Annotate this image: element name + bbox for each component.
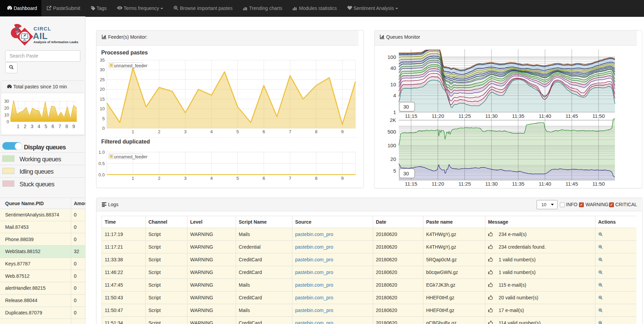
svg-text:11:15: 11:15 <box>405 113 417 119</box>
svg-text:500: 500 <box>387 129 396 135</box>
svg-text:35: 35 <box>100 58 105 63</box>
svg-text:0: 0 <box>102 126 105 131</box>
svg-text:5: 5 <box>393 168 396 174</box>
svg-text:4: 4 <box>38 124 40 129</box>
svg-text:30: 30 <box>403 104 409 110</box>
svg-text:25: 25 <box>100 77 105 82</box>
svg-text:1: 1 <box>132 176 134 181</box>
svg-text:11:15: 11:15 <box>405 181 417 187</box>
svg-text:11:30: 11:30 <box>485 113 498 119</box>
svg-text:10: 10 <box>390 82 396 87</box>
svg-text:30: 30 <box>4 99 9 104</box>
svg-text:1: 1 <box>17 124 19 129</box>
svg-text:30: 30 <box>403 171 409 176</box>
svg-text:3: 3 <box>184 129 186 134</box>
svg-text:5: 5 <box>44 124 47 129</box>
svg-text:30: 30 <box>100 67 105 72</box>
svg-text:8: 8 <box>315 176 317 181</box>
svg-text:11:45: 11:45 <box>566 181 578 187</box>
svg-text:8: 8 <box>65 124 68 129</box>
svg-text:7: 7 <box>289 129 291 134</box>
svg-text:11:50: 11:50 <box>592 181 605 187</box>
svg-text:11:25: 11:25 <box>458 113 471 119</box>
svg-text:100: 100 <box>387 142 396 148</box>
svg-text:3: 3 <box>31 124 34 129</box>
svg-text:9: 9 <box>341 176 343 181</box>
svg-text:10: 10 <box>100 106 105 111</box>
svg-text:11:20: 11:20 <box>432 113 444 119</box>
svg-text:100: 100 <box>387 54 396 60</box>
svg-text:1.0: 1.0 <box>98 150 105 155</box>
svg-text:11:40: 11:40 <box>539 113 551 119</box>
svg-text:0.5: 0.5 <box>98 161 105 166</box>
svg-text:11:30: 11:30 <box>485 181 498 187</box>
svg-text:6: 6 <box>263 176 265 181</box>
svg-text:7: 7 <box>58 124 61 129</box>
svg-text:5: 5 <box>102 116 105 121</box>
svg-text:20: 20 <box>100 87 105 92</box>
svg-text:7: 7 <box>289 176 291 181</box>
svg-text:6: 6 <box>52 124 54 129</box>
svg-text:40: 40 <box>390 65 396 71</box>
svg-text:11:50: 11:50 <box>592 113 605 119</box>
svg-text:0.0: 0.0 <box>98 172 105 177</box>
svg-text:11:20: 11:20 <box>432 181 444 187</box>
svg-text:3: 3 <box>184 176 186 181</box>
svg-text:2: 2 <box>24 124 26 129</box>
svg-text:5: 5 <box>236 129 239 134</box>
svg-text:1: 1 <box>132 129 134 134</box>
svg-text:11:25: 11:25 <box>458 181 471 187</box>
svg-text:4: 4 <box>210 129 213 134</box>
svg-text:2: 2 <box>158 176 160 181</box>
svg-text:9: 9 <box>73 124 75 129</box>
svg-text:20: 20 <box>390 156 396 162</box>
svg-text:11:35: 11:35 <box>512 181 524 187</box>
svg-text:2K: 2K <box>390 117 396 123</box>
svg-text:0: 0 <box>6 119 9 124</box>
svg-text:unnamed_feeder: unnamed_feeder <box>114 63 148 68</box>
svg-text:2: 2 <box>158 129 160 134</box>
svg-text:20: 20 <box>4 105 9 111</box>
svg-text:15: 15 <box>100 97 105 102</box>
svg-text:8: 8 <box>315 129 317 134</box>
svg-text:unnamed_feeder: unnamed_feeder <box>114 154 148 159</box>
svg-text:9: 9 <box>341 129 343 134</box>
svg-text:11:35: 11:35 <box>512 113 524 119</box>
svg-text:5: 5 <box>236 176 239 181</box>
svg-text:1: 1 <box>393 109 396 115</box>
svg-text:10: 10 <box>4 112 9 117</box>
svg-text:4: 4 <box>210 176 213 181</box>
svg-text:11:45: 11:45 <box>566 113 578 119</box>
svg-text:4: 4 <box>393 92 396 98</box>
svg-text:11:40: 11:40 <box>539 181 551 187</box>
svg-text:6: 6 <box>263 129 265 134</box>
